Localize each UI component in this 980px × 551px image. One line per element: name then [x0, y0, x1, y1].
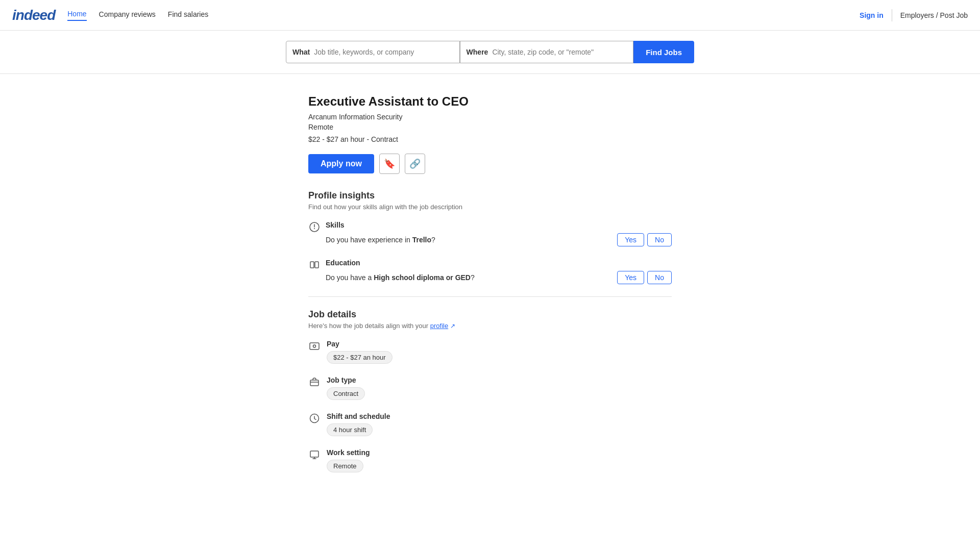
apply-now-button[interactable]: Apply now — [308, 154, 374, 173]
clock-icon — [308, 413, 321, 426]
job-type-label: Job type — [327, 376, 672, 384]
education-question: Do you have a High school diploma or GED… — [326, 271, 672, 284]
education-no-button[interactable]: No — [647, 271, 672, 284]
pay-label: Pay — [327, 340, 672, 348]
profile-insights-subtitle: Find out how your skills align with the … — [308, 203, 672, 211]
nav-home[interactable]: Home — [67, 10, 86, 21]
skills-question: Do you have experience in Trello? Yes No — [326, 233, 672, 246]
work-setting-row: Work setting Remote — [308, 448, 672, 472]
education-label: Education — [326, 259, 672, 267]
education-icon — [308, 260, 321, 272]
link-icon: 🔗 — [409, 158, 421, 169]
job-salary: $22 - $27 an hour - Contract — [308, 135, 672, 143]
company-name: Arcanum Information Security — [308, 113, 672, 121]
header: indeed Home Company reviews Find salarie… — [0, 0, 980, 31]
what-input[interactable] — [314, 48, 453, 56]
bookmark-icon: 🔖 — [384, 158, 395, 169]
main-content: Executive Assistant to CEO Arcanum Infor… — [296, 74, 684, 505]
employers-post-job-link[interactable]: Employers / Post Job — [900, 11, 968, 19]
svg-rect-7 — [310, 380, 318, 386]
what-label: What — [292, 48, 310, 56]
skills-question-prefix: Do you have experience in — [326, 236, 410, 244]
job-location: Remote — [308, 123, 672, 131]
where-field[interactable]: Where — [460, 41, 634, 63]
shift-schedule-content: Shift and schedule 4 hour shift — [327, 412, 672, 436]
profile-link[interactable]: profile — [430, 322, 448, 330]
svg-point-6 — [313, 345, 316, 347]
shift-schedule-row: Shift and schedule 4 hour shift — [308, 412, 672, 436]
education-content: Education Do you have a High school dipl… — [326, 259, 672, 284]
work-setting-icon — [308, 449, 321, 462]
job-type-row: Job type Contract — [308, 376, 672, 400]
job-details-subtitle: Here's how the job details align with yo… — [308, 322, 672, 330]
education-question-suffix: ? — [471, 273, 475, 282]
skills-question-text: Do you have experience in Trello? — [326, 236, 617, 244]
education-insight-row: Education Do you have a High school dipl… — [308, 259, 672, 284]
external-link-icon: ↗ — [450, 322, 455, 330]
svg-rect-3 — [310, 262, 314, 268]
svg-point-2 — [314, 228, 315, 229]
skills-yes-button[interactable]: Yes — [617, 233, 644, 246]
pay-content: Pay $22 - $27 an hour — [327, 340, 672, 364]
header-right: Sign in Employers / Post Job — [860, 9, 968, 21]
svg-rect-4 — [315, 262, 318, 268]
job-type-content: Job type Contract — [327, 376, 672, 400]
pay-row: Pay $22 - $27 an hour — [308, 340, 672, 364]
save-job-button[interactable]: 🔖 — [379, 154, 400, 174]
skills-no-button[interactable]: No — [647, 233, 672, 246]
education-question-text: Do you have a High school diploma or GED… — [326, 273, 617, 282]
where-input[interactable] — [492, 48, 627, 56]
education-keyword: High school diploma or GED — [374, 273, 471, 282]
skills-yes-no: Yes No — [617, 233, 672, 246]
job-type-icon — [308, 377, 321, 390]
skills-insight-row: Skills Do you have experience in Trello?… — [308, 221, 672, 246]
search-bar: What Where Find Jobs — [286, 41, 694, 63]
skills-keyword: Trello — [412, 236, 431, 244]
what-field[interactable]: What — [286, 41, 460, 63]
main-nav: Home Company reviews Find salaries — [67, 10, 860, 21]
svg-rect-5 — [310, 343, 319, 349]
job-details-title: Job details — [308, 309, 672, 320]
share-link-button[interactable]: 🔗 — [405, 154, 425, 174]
profile-insights-section: Profile insights Find out how your skill… — [308, 190, 672, 284]
svg-rect-10 — [310, 451, 318, 457]
profile-insights-title: Profile insights — [308, 190, 672, 201]
education-yes-button[interactable]: Yes — [617, 271, 644, 284]
skills-content: Skills Do you have experience in Trello?… — [326, 221, 672, 246]
indeed-logo: indeed — [12, 7, 55, 23]
shift-schedule-label: Shift and schedule — [327, 412, 672, 420]
nav-company-reviews[interactable]: Company reviews — [99, 10, 156, 20]
action-buttons-row: Apply now 🔖 🔗 — [308, 154, 672, 174]
job-details-subtitle-prefix: Here's how the job details align with yo… — [308, 322, 428, 330]
nav-find-salaries[interactable]: Find salaries — [168, 10, 208, 20]
pay-icon — [308, 341, 321, 354]
where-label: Where — [467, 48, 488, 56]
job-title: Executive Assistant to CEO — [308, 94, 672, 109]
shift-schedule-tag: 4 hour shift — [327, 423, 373, 436]
find-jobs-button[interactable]: Find Jobs — [633, 41, 694, 63]
skills-icon — [308, 222, 321, 235]
education-question-prefix: Do you have a — [326, 273, 372, 282]
section-divider — [308, 296, 672, 297]
header-divider — [892, 9, 892, 21]
education-yes-no: Yes No — [617, 271, 672, 284]
work-setting-content: Work setting Remote — [327, 448, 672, 472]
job-details-section: Job details Here's how the job details a… — [308, 309, 672, 472]
pay-tag: $22 - $27 an hour — [327, 351, 393, 364]
search-bar-container: What Where Find Jobs — [0, 31, 980, 74]
skills-question-suffix: ? — [431, 236, 435, 244]
skills-label: Skills — [326, 221, 672, 229]
work-setting-tag: Remote — [327, 460, 363, 472]
work-setting-label: Work setting — [327, 448, 672, 457]
job-type-tag: Contract — [327, 387, 365, 400]
sign-in-link[interactable]: Sign in — [860, 11, 884, 19]
